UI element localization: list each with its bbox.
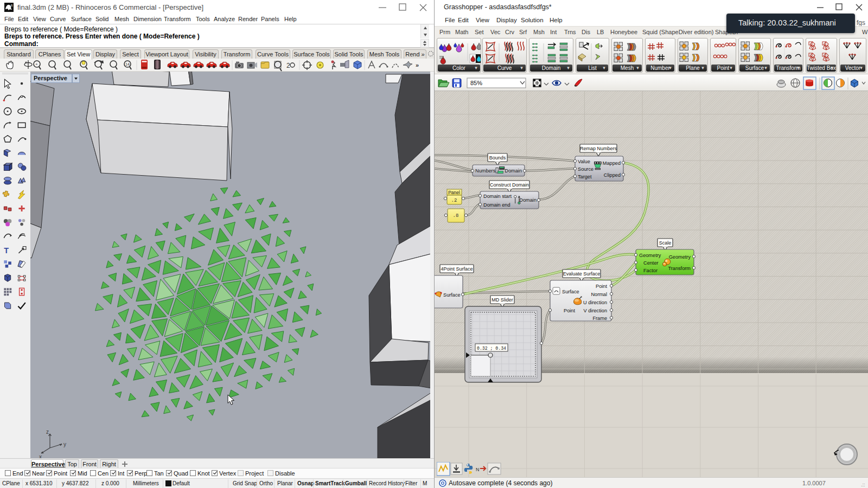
svg-text:Target: Target — [578, 174, 592, 179]
svg-text:+: + — [35, 62, 38, 67]
svg-text:Value: Value — [578, 159, 590, 164]
svg-text:2: 2 — [286, 62, 290, 69]
svg-text:U direction: U direction — [583, 300, 607, 305]
svg-text:z: z — [46, 429, 49, 435]
svg-text:Panel: Panel — [448, 190, 460, 195]
svg-text:y: y — [63, 441, 66, 447]
svg-text:Center: Center — [643, 260, 659, 266]
svg-text:Numbers: Numbers — [475, 168, 496, 174]
svg-text:Clipped: Clipped — [604, 172, 621, 178]
svg-text:Domain start: Domain start — [483, 194, 512, 199]
svg-text:Evaluate Surface: Evaluate Surface — [563, 271, 601, 277]
svg-text:»: » — [416, 62, 419, 68]
svg-text:.2: .2 — [451, 198, 457, 203]
svg-text:Mapped: Mapped — [603, 160, 621, 166]
svg-text:T: T — [4, 246, 9, 255]
svg-text:Remap Numbers: Remap Numbers — [580, 146, 617, 151]
svg-text:0.32 ; 0.34: 0.32 ; 0.34 — [477, 346, 506, 351]
svg-text:MD Slider: MD Slider — [492, 297, 513, 303]
svg-text:Geometry: Geometry — [639, 253, 661, 258]
svg-text:Construct Domain: Construct Domain — [490, 182, 529, 188]
svg-text:Domain end: Domain end — [483, 202, 510, 208]
svg-text:Bounds: Bounds — [489, 155, 506, 160]
svg-text:Source: Source — [578, 166, 593, 172]
svg-text:Point: Point — [564, 308, 575, 313]
svg-text:x: x — [39, 454, 42, 458]
svg-text:Normal: Normal — [591, 292, 607, 297]
svg-text:Point: Point — [596, 284, 607, 289]
svg-text:Frame: Frame — [592, 316, 607, 321]
svg-text:Domain: Domain — [519, 197, 537, 203]
svg-text:4Point Surface: 4Point Surface — [441, 266, 473, 272]
svg-text:Surface: Surface — [443, 292, 461, 298]
svg-text:85%: 85% — [470, 80, 482, 86]
svg-text:Surface: Surface — [562, 289, 579, 294]
svg-text:.8: .8 — [453, 213, 459, 219]
svg-text:Scale: Scale — [659, 240, 672, 246]
svg-text:N: N — [476, 467, 480, 472]
svg-text:Geometry: Geometry — [669, 254, 691, 260]
svg-text:14: 14 — [125, 62, 130, 66]
svg-text:Factor: Factor — [643, 268, 658, 273]
svg-text:Transform: Transform — [668, 266, 691, 271]
svg-text:V direction: V direction — [584, 308, 607, 313]
svg-text:Domain: Domain — [505, 168, 522, 174]
